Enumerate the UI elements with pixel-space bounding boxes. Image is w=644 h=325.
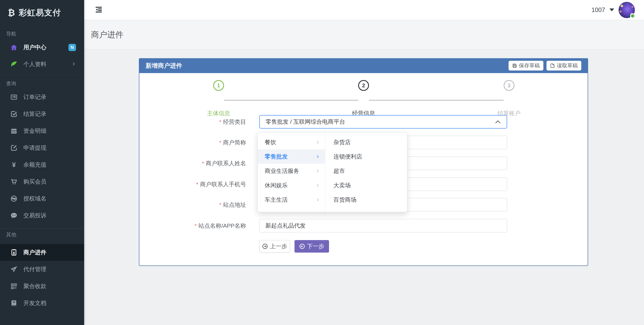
sidebar-item-label: 代付管理 <box>23 266 76 273</box>
cascader-option-catering[interactable]: 餐饮 <box>258 135 325 149</box>
field-label: *商户联系人手机号 <box>139 177 246 191</box>
card-actions: 保存草稿 读取草稿 <box>508 61 581 70</box>
prev-step-button[interactable]: 上一步 <box>259 240 290 253</box>
sidebar-item-label: 购买会员 <box>23 178 76 186</box>
book-icon <box>10 300 18 307</box>
required-asterisk: * <box>202 160 204 166</box>
cascader-option-department-store[interactable]: 百货商场 <box>325 193 407 207</box>
new-badge: N <box>68 44 76 51</box>
card-title: 新增商户进件 <box>146 62 182 70</box>
cascader-option-hypermarket[interactable]: 大卖场 <box>325 178 407 193</box>
sidebar-item-profile[interactable]: 个人资料 <box>0 56 84 73</box>
chevron-right-icon <box>316 154 320 159</box>
outdent-icon <box>95 6 103 14</box>
field-label: *站点地址 <box>139 198 246 212</box>
card-header: 新增商户进件 保存草稿 读取草稿 <box>139 58 588 73</box>
circle-arrow-right-icon <box>299 244 305 249</box>
check-square-icon <box>10 110 18 118</box>
save-draft-button[interactable]: 保存草稿 <box>508 61 544 70</box>
nav-section-label-other: 其他 <box>0 229 84 241</box>
field-label: *商户简称 <box>139 136 246 149</box>
cascader-option-leisure-entertainment[interactable]: 休闲娱乐 <box>258 178 325 193</box>
yen-icon: ¥ <box>10 161 18 169</box>
qrcode-icon <box>10 283 18 290</box>
sidebar-item-order-records[interactable]: 订单记录 <box>0 89 84 106</box>
home-icon <box>10 44 18 51</box>
sidebar-item-user-center[interactable]: 用户中心 N <box>0 39 84 56</box>
cascader-option-business-life-services[interactable]: 商业生活服务 <box>258 164 325 178</box>
sidebar-item-balance-recharge[interactable]: ¥ 余额充值 <box>0 156 84 173</box>
merchant-onboarding-card: 新增商户进件 保存草稿 读取草稿 1 <box>139 58 588 266</box>
step-connector <box>369 100 504 101</box>
sidebar-item-label: 商户进件 <box>23 249 76 256</box>
app-title: 彩虹易支付 <box>19 7 61 18</box>
required-asterisk: * <box>219 119 221 125</box>
sidebar-item-dev-docs[interactable]: 开发文档 <box>0 295 84 312</box>
sidebar-item-label: 用户中心 <box>23 43 68 51</box>
sidebar-item-label: 聚合收款 <box>23 282 76 290</box>
chevron-right-icon <box>71 62 76 67</box>
sidebar-item-settlement-records[interactable]: 结算记录 <box>0 106 84 122</box>
cascader-option-retail-wholesale[interactable]: 零售批发 <box>258 149 325 164</box>
nav-section-label-query: 查询 <box>0 78 84 89</box>
cascader-option-supermarket[interactable]: 超市 <box>325 164 407 178</box>
pen-square-icon <box>10 144 18 152</box>
online-status-dot <box>630 13 635 18</box>
caret-down-icon <box>610 8 614 11</box>
field-label: *经营类目 <box>139 115 246 129</box>
sidebar-item-fund-details[interactable]: 资金明细 <box>0 122 84 139</box>
app-logo[interactable]: ₿ 彩虹易支付 <box>0 0 84 25</box>
sidebar-item-label: 个人资料 <box>23 60 71 68</box>
sidebar-item-label: 交易投诉 <box>23 212 76 219</box>
next-step-label: 下一步 <box>307 243 324 250</box>
prev-step-label: 上一步 <box>270 243 287 250</box>
cart-icon <box>10 178 18 185</box>
load-draft-button[interactable]: 读取草稿 <box>546 61 581 70</box>
sidebar-item-label: 申请提现 <box>23 144 76 152</box>
chevron-right-icon <box>316 169 320 173</box>
save-draft-label: 保存草稿 <box>519 62 540 69</box>
cascader-child-column: 杂货店 连锁便利店 超市 大卖场 百货商场 <box>325 132 407 212</box>
sidebar-item-authorized-domains[interactable]: 授权域名 <box>0 190 84 207</box>
sidebar-toggle-button[interactable] <box>94 5 104 15</box>
category-cascader-dropdown: 餐饮 零售批发 商业生活服务 休闲娱乐 <box>258 132 407 212</box>
leaf-icon <box>10 60 18 68</box>
topbar-user-menu[interactable]: 1007 <box>592 2 635 18</box>
avatar[interactable] <box>618 2 635 18</box>
sidebar-divider <box>0 75 84 75</box>
id-card-icon <box>10 249 18 256</box>
main-area: 1007 商户进件 新增商户进件 保存草稿 <box>84 0 644 325</box>
sidebar-item-label: 结算记录 <box>23 110 76 118</box>
sidebar-item-label: 资金明细 <box>23 127 76 135</box>
sidebar-item-complaints[interactable]: 交易投诉 <box>0 207 84 224</box>
next-step-button[interactable]: 下一步 <box>294 240 329 253</box>
sidebar-item-merchant-onboarding[interactable]: 商户进件 <box>0 244 84 261</box>
sidebar-item-buy-membership[interactable]: 购买会员 <box>0 173 84 190</box>
cascader-option-grocery-store[interactable]: 杂货店 <box>325 135 407 149</box>
circle-arrow-left-icon <box>262 244 268 249</box>
cascader-option-car-owner-life[interactable]: 车主生活 <box>258 193 325 207</box>
form-row-site-name: *站点名称/APP名称 <box>139 219 588 233</box>
save-icon <box>512 63 517 68</box>
cascader-option-chain-convenience-store[interactable]: 连锁便利店 <box>325 149 407 164</box>
calendar-icon <box>10 127 18 135</box>
select-value: 零售批发 / 互联网综合电商平台 <box>266 118 495 126</box>
sidebar-item-payout-management[interactable]: 代付管理 <box>0 261 84 278</box>
site-name-input[interactable] <box>259 219 507 233</box>
business-category-select[interactable]: 零售批发 / 互联网综合电商平台 <box>259 115 507 129</box>
required-asterisk: * <box>196 181 198 187</box>
required-asterisk: * <box>219 140 221 146</box>
field-label: *站点名称/APP名称 <box>139 219 246 233</box>
sidebar-item-aggregate-collection[interactable]: 聚合收款 <box>0 278 84 295</box>
sidebar-item-label: 授权域名 <box>23 195 76 203</box>
sidebar: ₿ 彩虹易支付 导航 用户中心 N 个人资料 查询 订单记录 结算记录 <box>0 0 84 325</box>
step-circle-1: 1 <box>213 80 224 91</box>
globe-icon <box>10 195 18 202</box>
sidebar-item-withdraw[interactable]: 申请提现 <box>0 139 84 156</box>
load-draft-label: 读取草稿 <box>557 62 578 69</box>
sidebar-item-label: 订单记录 <box>23 93 76 101</box>
list-icon <box>10 93 18 101</box>
field-label: *商户联系人姓名 <box>139 156 246 170</box>
step-circle-2: 2 <box>358 80 369 91</box>
chevron-right-icon <box>316 140 320 144</box>
